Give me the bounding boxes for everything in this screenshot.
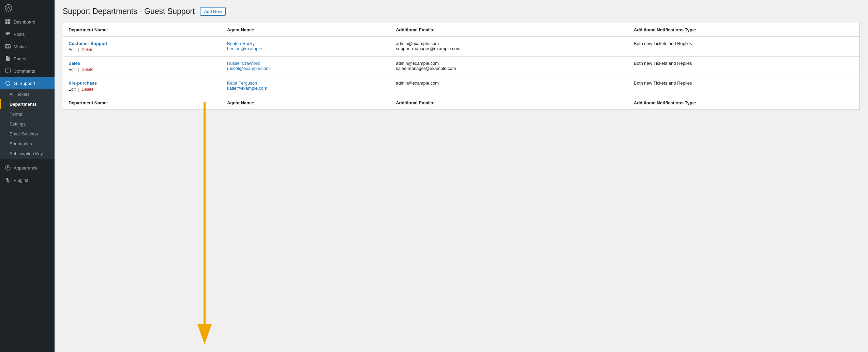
table-footer-row: Department Name: Agent Name: Additional … <box>63 96 859 110</box>
sidebar-item-settings[interactable]: Settings <box>0 119 55 129</box>
svg-rect-6 <box>5 45 10 48</box>
sidebar: W Dashboard Posts Media Pages Comments ?… <box>0 0 55 352</box>
delete-link[interactable]: Delete <box>82 47 94 52</box>
sidebar-item-forms[interactable]: Forms <box>0 109 55 119</box>
edit-link[interactable]: Edit <box>69 87 76 92</box>
email-2: support-manager@example.com <box>396 46 623 51</box>
email-1: admin@example.com <box>396 80 623 86</box>
sidebar-item-departments[interactable]: Departments <box>0 99 55 109</box>
notification-type-cell: Both new Tickets and Replies <box>628 37 859 57</box>
sidebar-item-plugins[interactable]: Plugins <box>0 174 55 186</box>
sidebar-item-email-settings[interactable]: Email Settings <box>0 129 55 139</box>
sidebar-item-shortcodes[interactable]: Shortcodes <box>0 139 55 149</box>
pages-icon <box>5 56 11 62</box>
sidebar-item-label: Plugins <box>14 178 28 183</box>
dashboard-icon <box>5 19 11 25</box>
agent-email[interactable]: russel@example.com <box>227 66 385 71</box>
additional-emails-cell: admin@example.com support-manager@exampl… <box>390 37 628 57</box>
sidebar-item-appearance[interactable]: Appearance <box>0 162 55 174</box>
agent-name-cell: Katie Ferguson katie@example.com <box>222 76 390 96</box>
dept-name-link[interactable]: Pre-purchase <box>69 80 216 86</box>
dept-name-cell: Customer Support Edit | Delete <box>63 37 222 57</box>
sidebar-item-label: Posts <box>14 32 25 37</box>
sidebar-item-label: Comments <box>14 69 35 74</box>
footer-col-dept-name: Department Name: <box>63 96 222 110</box>
comments-icon <box>5 68 11 74</box>
gsupport-submenu: All Tickets Departments Forms Settings E… <box>0 89 55 159</box>
page-header: Support Departments - Guest Support Add … <box>63 7 860 16</box>
main-content: Support Departments - Guest Support Add … <box>55 0 868 352</box>
sidebar-item-label: Dashboard <box>14 19 35 25</box>
notification-type: Both new Tickets and Replies <box>634 80 692 86</box>
col-dept-name: Department Name: <box>63 23 222 37</box>
footer-col-agent-name: Agent Name: <box>222 96 390 110</box>
sidebar-item-label: G. Support <box>14 81 35 86</box>
sidebar-item-comments[interactable]: Comments <box>0 65 55 77</box>
separator: | <box>78 67 79 72</box>
sidebar-item-media[interactable]: Media <box>0 40 55 53</box>
sidebar-item-dashboard[interactable]: Dashboard <box>0 16 55 28</box>
footer-col-additional-emails: Additional Emails: <box>390 96 628 110</box>
sidebar-item-gsupport[interactable]: ? G. Support <box>0 77 55 89</box>
agent-email[interactable]: katie@example.com <box>227 86 385 91</box>
svg-text:W: W <box>7 6 11 10</box>
gsupport-icon: ? <box>5 80 11 86</box>
separator: | <box>78 47 79 52</box>
agent-name-cell: Russel Crawford russel@example.com <box>222 57 390 76</box>
sidebar-item-subscription-key[interactable]: Subscription Key <box>0 149 55 159</box>
dept-actions: Edit | Delete <box>69 67 216 72</box>
notification-type: Both new Tickets and Replies <box>634 41 692 46</box>
table-row: Pre-purchase Edit | Delete Katie Ferguso… <box>63 76 859 96</box>
svg-point-7 <box>6 45 8 46</box>
dept-actions: Edit | Delete <box>69 87 216 92</box>
departments-table: Department Name: Agent Name: Additional … <box>63 23 859 109</box>
wp-logo-icon: W <box>5 4 12 12</box>
delete-link[interactable]: Delete <box>82 67 94 72</box>
notification-type-cell: Both new Tickets and Replies <box>628 57 859 76</box>
table-row: Customer Support Edit | Delete Benton Ro… <box>63 37 859 57</box>
departments-table-wrap: Department Name: Agent Name: Additional … <box>63 23 860 110</box>
dept-name-link[interactable]: Sales <box>69 61 216 66</box>
dept-name-cell: Sales Edit | Delete <box>63 57 222 76</box>
agent-name-primary[interactable]: Benton Rocky <box>227 41 385 46</box>
svg-rect-5 <box>8 22 10 24</box>
additional-emails-cell: admin@example.com sales-manager@example.… <box>390 57 628 76</box>
email-1: admin@example.com <box>396 41 623 46</box>
footer-col-notification-type: Additional Notifications Type: <box>628 96 859 110</box>
svg-text:?: ? <box>7 82 8 85</box>
agent-name-cell: Benton Rocky benton@example <box>222 37 390 57</box>
dept-name-link[interactable]: Customer Support <box>69 41 216 46</box>
agent-email[interactable]: benton@example <box>227 46 385 51</box>
notification-type: Both new Tickets and Replies <box>634 61 692 66</box>
svg-rect-3 <box>8 19 10 21</box>
col-additional-emails: Additional Emails: <box>390 23 628 37</box>
svg-point-10 <box>8 168 9 170</box>
sidebar-item-posts[interactable]: Posts <box>0 28 55 40</box>
edit-link[interactable]: Edit <box>69 47 76 52</box>
dept-actions: Edit | Delete <box>69 47 216 52</box>
delete-link[interactable]: Delete <box>82 87 94 92</box>
edit-link[interactable]: Edit <box>69 67 76 72</box>
posts-icon <box>5 31 11 37</box>
notification-type-cell: Both new Tickets and Replies <box>628 76 859 96</box>
sidebar-item-label: Pages <box>14 56 26 61</box>
sidebar-item-all-tickets[interactable]: All Tickets <box>0 89 55 99</box>
sidebar-item-pages[interactable]: Pages <box>0 53 55 65</box>
agent-name-primary[interactable]: Katie Ferguson <box>227 80 385 86</box>
email-1: admin@example.com <box>396 61 623 66</box>
col-notification-type: Additional Notifications Type: <box>628 23 859 37</box>
svg-rect-2 <box>5 19 8 21</box>
page-title: Support Departments - Guest Support <box>63 7 195 16</box>
table-row: Sales Edit | Delete Russel Crawford russ… <box>63 57 859 76</box>
separator: | <box>78 87 79 92</box>
media-icon <box>5 43 11 49</box>
sidebar-item-label: Appearance <box>14 165 38 171</box>
wordpress-logo[interactable]: W <box>0 0 55 16</box>
agent-name-primary[interactable]: Russel Crawford <box>227 61 385 66</box>
add-new-button[interactable]: Add New <box>200 7 226 16</box>
email-2: sales-manager@example.com <box>396 66 623 71</box>
table-header-row: Department Name: Agent Name: Additional … <box>63 23 859 37</box>
col-agent-name: Agent Name: <box>222 23 390 37</box>
sidebar-divider <box>0 160 55 160</box>
plugins-icon <box>5 177 11 183</box>
